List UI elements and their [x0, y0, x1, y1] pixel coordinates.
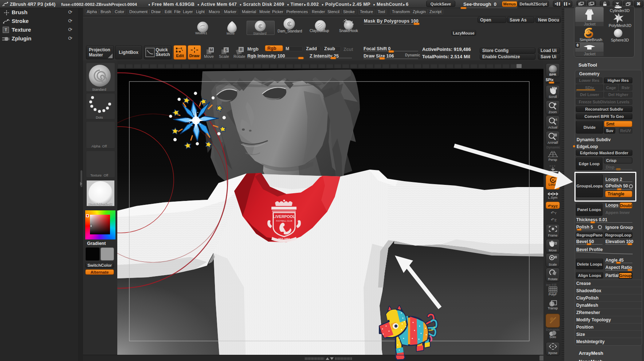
svg-text:T: T — [5, 28, 7, 32]
svg-text:R: R — [240, 47, 243, 52]
svg-text:LIVERPOOL: LIVERPOOL — [273, 214, 295, 219]
svg-text:x1: x1 — [554, 118, 557, 121]
svg-text:S: S — [225, 48, 227, 52]
svg-text:FOOTBALL CLUB: FOOTBALL CLUB — [276, 220, 292, 222]
svg-text:EST 1892: EST 1892 — [278, 238, 290, 240]
svg-text:M: M — [209, 48, 213, 52]
